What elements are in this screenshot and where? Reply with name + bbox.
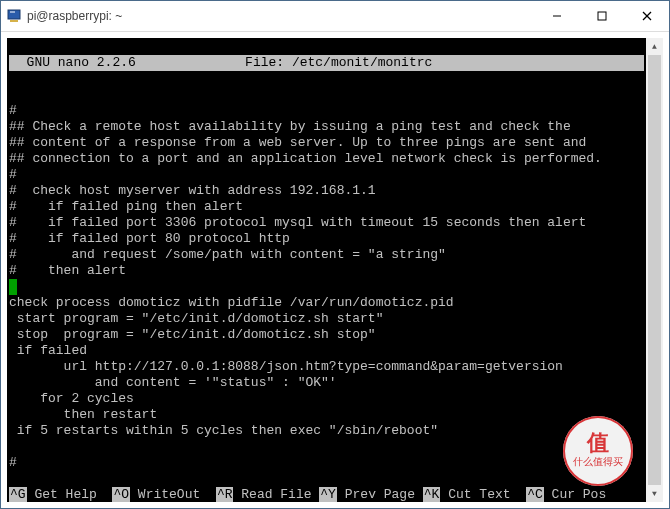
window-titlebar: pi@raspberrypi: ~ xyxy=(1,1,669,32)
code-line: # and request /some/path with content = … xyxy=(9,247,446,262)
code-line: start program = "/etc/init.d/domoticz.sh… xyxy=(9,311,383,326)
svg-rect-1 xyxy=(10,20,18,22)
code-line: # if failed port 80 protocol http xyxy=(9,231,290,246)
watermark-big: 值 xyxy=(587,432,609,454)
code-line: then restart xyxy=(9,407,157,422)
nano-file-label: File: /etc/monit/monitrc xyxy=(153,55,644,71)
scroll-down-button[interactable]: ▼ xyxy=(646,485,663,502)
nano-header: GNU nano 2.2.6 File: /etc/monit/monitrc xyxy=(9,55,644,71)
watermark-badge: 值 什么值得买 xyxy=(563,416,633,486)
nano-version: GNU nano 2.2.6 xyxy=(9,55,153,71)
shortcut-key: ^O xyxy=(112,487,130,502)
code-line: if failed xyxy=(9,343,87,358)
shortcut-label: Cut Text xyxy=(440,487,526,502)
terminal-area[interactable]: GNU nano 2.2.6 File: /etc/monit/monitrc … xyxy=(7,38,663,502)
cursor xyxy=(9,279,17,295)
shortcut-label: Cur Pos xyxy=(544,487,606,502)
scroll-up-button[interactable]: ▲ xyxy=(646,38,663,55)
scroll-track[interactable] xyxy=(646,55,663,485)
shortcut-label: Prev Page xyxy=(337,487,423,502)
scrollbar[interactable]: ▲ ▼ xyxy=(646,38,663,502)
minimize-button[interactable] xyxy=(534,1,579,31)
code-line: # if failed ping then alert xyxy=(9,199,243,214)
putty-icon xyxy=(7,9,21,23)
code-line: ## content of a response from a web serv… xyxy=(9,135,586,150)
shortcut-label: Get Help xyxy=(27,487,113,502)
code-line: ## connection to a port and an applicati… xyxy=(9,151,602,166)
nano-shortcuts: ^G Get Help ^O WriteOut ^R Read File ^Y … xyxy=(9,487,644,502)
svg-rect-4 xyxy=(598,12,606,20)
shortcut-key: ^C xyxy=(526,487,544,502)
code-line: # xyxy=(9,455,17,470)
maximize-button[interactable] xyxy=(579,1,624,31)
code-line: stop program = "/etc/init.d/domoticz.sh … xyxy=(9,327,376,342)
code-line: # check host myserver with address 192.1… xyxy=(9,183,376,198)
code-line: # xyxy=(9,167,17,182)
code-line: ## Check a remote host availability by i… xyxy=(9,119,571,134)
shortcut-key: ^G xyxy=(9,487,27,502)
shortcut-key: ^R xyxy=(216,487,234,502)
code-line: # if failed port 3306 protocol mysql wit… xyxy=(9,215,586,230)
close-button[interactable] xyxy=(624,1,669,31)
shortcut-key: ^Y xyxy=(319,487,337,502)
svg-rect-0 xyxy=(8,10,20,19)
code-line: url http://127.0.0.1:8088/json.htm?type=… xyxy=(9,359,563,374)
code-line: # then alert xyxy=(9,263,126,278)
code-line: check process domoticz with pidfile /var… xyxy=(9,295,454,310)
terminal-window: pi@raspberrypi: ~ GNU nano 2.2.6 File: /… xyxy=(0,0,670,509)
code-line: if 5 restarts within 5 cycles then exec … xyxy=(9,423,438,438)
terminal-content[interactable]: GNU nano 2.2.6 File: /etc/monit/monitrc … xyxy=(7,38,646,502)
shortcut-label: Read File xyxy=(233,487,319,502)
shortcut-key: ^K xyxy=(423,487,441,502)
code-line: and content = '"status" : "OK"' xyxy=(9,375,337,390)
shortcut-label: WriteOut xyxy=(130,487,216,502)
scroll-thumb[interactable] xyxy=(648,55,661,485)
window-title: pi@raspberrypi: ~ xyxy=(27,9,122,23)
code-line: # xyxy=(9,103,17,118)
watermark-small: 什么值得买 xyxy=(573,454,623,470)
code-line: for 2 cycles xyxy=(9,391,134,406)
